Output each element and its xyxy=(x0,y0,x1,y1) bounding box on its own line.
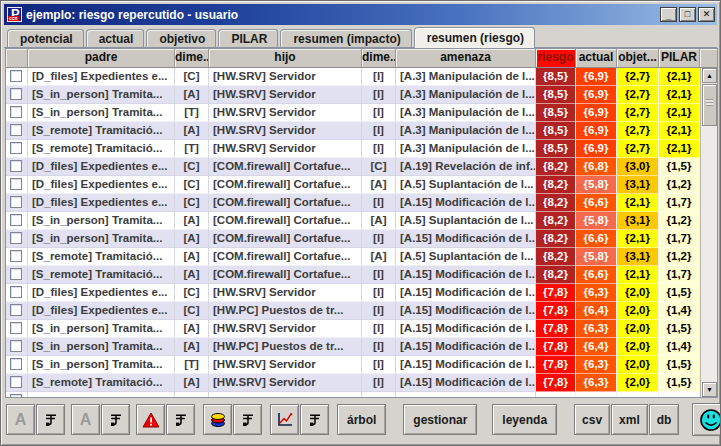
table-row[interactable]: [S_in_person] Tramita...[A][COM.firewall… xyxy=(6,212,717,230)
maximize-button[interactable]: □ xyxy=(679,7,696,22)
table-row[interactable]: [S_in_person] Tramita...[A][HW.SRV] Serv… xyxy=(6,320,717,338)
table-row[interactable]: [S_in_person] Tramita...[A][HW.PC] Puest… xyxy=(6,338,717,356)
warning-display-button[interactable] xyxy=(136,404,165,435)
row-checkbox[interactable] xyxy=(10,340,22,352)
row-checkbox[interactable] xyxy=(10,88,22,100)
row-checkbox[interactable] xyxy=(10,142,22,154)
table-row[interactable]: [S_remote] Tramitació...[A][COM.firewall… xyxy=(6,248,717,266)
row-checkbox[interactable] xyxy=(10,268,22,280)
value-levels-button-1[interactable] xyxy=(36,404,65,435)
table-row[interactable]: [S_remote] Tramitació...[T][HW.SRV] Serv… xyxy=(6,140,717,158)
table-row[interactable]: [S_remote] Tramitació...[A][HW.SRV] Serv… xyxy=(6,374,717,392)
column-header-padre[interactable]: padre xyxy=(28,49,175,67)
scroll-thumb[interactable] xyxy=(702,84,717,126)
table-row[interactable]: [D_files] Expedientes e...[C][HW.SRV] Se… xyxy=(6,68,717,86)
tab-resumen-impacto[interactable]: resumen (impacto) xyxy=(280,29,411,48)
column-header-dime[interactable]: dime... xyxy=(362,49,396,67)
scroll-down-button[interactable]: ▼ xyxy=(702,382,717,397)
cell-dimension-padre: [T] xyxy=(175,140,209,158)
column-header-actual[interactable]: actual xyxy=(576,49,617,67)
cell-dimension-hijo: [A] xyxy=(362,176,396,194)
row-checkbox[interactable] xyxy=(10,232,22,244)
table-row[interactable]: [D_files] Expedientes e...[C][COM.firewa… xyxy=(6,176,717,194)
row-checkbox[interactable] xyxy=(10,376,22,388)
tab-pilar[interactable]: PILAR xyxy=(218,29,278,48)
row-checkbox[interactable] xyxy=(10,214,22,226)
cell-riesgo: {8,2} xyxy=(536,194,576,212)
tab-resumen-riesgo[interactable]: resumen (riesgo) xyxy=(414,27,535,48)
db-export-button[interactable]: db xyxy=(649,404,680,435)
cell-objetivo: {2,1} xyxy=(617,230,659,248)
gestionar-button[interactable]: gestionar xyxy=(403,404,477,435)
vertical-scrollbar[interactable]: ▲ ▼ xyxy=(700,68,717,397)
display-mode-a-button-1[interactable]: A xyxy=(6,404,35,435)
row-checkbox[interactable] xyxy=(10,250,22,262)
cell-objetivo: {2,7} xyxy=(617,104,659,122)
tab-objetivo[interactable]: objetivo xyxy=(146,29,216,48)
row-checkbox[interactable] xyxy=(10,196,22,208)
tab-actual[interactable]: actual xyxy=(86,29,145,48)
cell-dimension-padre: [A] xyxy=(175,86,209,104)
leyenda-button[interactable]: leyenda xyxy=(492,404,557,435)
value-levels-button-5[interactable] xyxy=(300,404,329,435)
value-levels-button-2[interactable] xyxy=(101,404,130,435)
row-checkbox[interactable] xyxy=(10,178,22,190)
table-row[interactable] xyxy=(6,392,717,397)
tab-potencial[interactable]: potencial xyxy=(7,29,84,48)
row-checkbox[interactable] xyxy=(10,70,22,82)
minimize-button[interactable]: _ xyxy=(660,7,677,22)
table-row[interactable]: [S_in_person] Tramita...[A][COM.firewall… xyxy=(6,230,717,248)
value-levels-button-4[interactable] xyxy=(233,404,262,435)
column-header-objet[interactable]: objet... xyxy=(617,49,659,67)
column-header-amenaza[interactable]: amenaza xyxy=(396,49,536,67)
row-checkbox[interactable] xyxy=(10,322,22,334)
row-checkbox[interactable] xyxy=(10,358,22,370)
chart-display-button[interactable] xyxy=(270,404,299,435)
table-row[interactable]: [D_files] Expedientes e...[C][HW.PC] Pue… xyxy=(6,302,717,320)
table-row[interactable]: [D_files] Expedientes e...[C][COM.firewa… xyxy=(6,194,717,212)
cell-hijo: [HW.SRV] Servidor xyxy=(209,374,362,392)
value-levels-button-3[interactable] xyxy=(166,404,195,435)
levels-glyph-icon xyxy=(108,412,124,428)
cell-dimension-padre: [C] xyxy=(175,176,209,194)
row-checkbox[interactable] xyxy=(10,160,22,172)
table-row[interactable]: [S_in_person] Tramita...[A][HW.SRV] Serv… xyxy=(6,86,717,104)
row-checkbox[interactable] xyxy=(10,304,22,316)
cell-padre: [S_in_person] Tramita... xyxy=(28,104,175,122)
column-header-PILAR[interactable]: PILAR xyxy=(659,49,700,67)
close-button[interactable]: ✕ xyxy=(698,7,715,22)
table-row[interactable]: [S_in_person] Tramita...[T][HW.SRV] Serv… xyxy=(6,356,717,374)
cell-pilar: {1,5} xyxy=(659,284,700,302)
row-checkbox[interactable] xyxy=(10,394,22,397)
status-smiley-button[interactable] xyxy=(692,403,721,436)
row-checkbox[interactable] xyxy=(10,286,22,298)
row-checkbox[interactable] xyxy=(10,106,22,118)
table-row[interactable]: [S_in_person] Tramita...[T][HW.SRV] Serv… xyxy=(6,104,717,122)
table-row[interactable]: [D_files] Expedientes e...[C][HW.SRV] Se… xyxy=(6,284,717,302)
cell-hijo: [COM.firewall] Cortafue... xyxy=(209,176,362,194)
table-row[interactable]: [D_files] Expedientes e...[C][COM.firewa… xyxy=(6,158,717,176)
cell-riesgo: {8,2} xyxy=(536,212,576,230)
column-header-checkbox[interactable] xyxy=(6,49,28,67)
display-mode-a-button-2[interactable]: A xyxy=(71,404,100,435)
cell-padre: [S_in_person] Tramita... xyxy=(28,320,175,338)
cell-dimension-hijo: [I] xyxy=(362,284,396,302)
column-header-riesgo[interactable]: riesgo xyxy=(536,49,576,67)
table-row[interactable]: [S_remote] Tramitació...[A][COM.firewall… xyxy=(6,266,717,284)
arbol-button[interactable]: árbol xyxy=(337,404,386,435)
column-header-dime[interactable]: dime... xyxy=(175,49,209,67)
cell-amenaza: [A.5] Suplantación de l... xyxy=(396,176,536,194)
cell-padre: [S_in_person] Tramita... xyxy=(28,338,175,356)
scroll-up-button[interactable]: ▲ xyxy=(702,68,717,83)
discs-display-button[interactable] xyxy=(203,404,232,435)
column-header-hijo[interactable]: hijo xyxy=(209,49,362,67)
cell-padre: [D_files] Expedientes e... xyxy=(28,68,175,86)
cell-padre: [D_files] Expedientes e... xyxy=(28,176,175,194)
csv-export-button[interactable]: csv xyxy=(574,404,610,435)
cell-dimension-padre: [C] xyxy=(175,158,209,176)
row-checkbox[interactable] xyxy=(10,124,22,136)
table-row[interactable]: [S_remote] Tramitació...[A][HW.SRV] Serv… xyxy=(6,122,717,140)
cell-objetivo: {2,7} xyxy=(617,86,659,104)
xml-export-button[interactable]: xml xyxy=(611,404,648,435)
cell-actual: {6,3} xyxy=(576,356,617,374)
